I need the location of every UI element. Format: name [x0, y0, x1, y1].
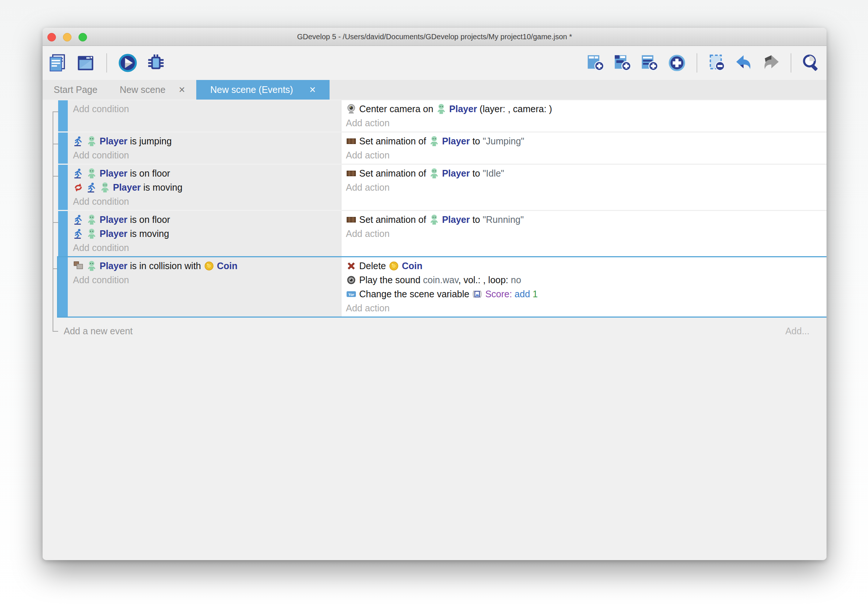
player-icon: [429, 214, 440, 225]
event-text: Set animation of: [359, 214, 429, 225]
actions-cell[interactable]: Set animation of Player to "Idle"Add act…: [341, 165, 827, 210]
event-text: is moving: [127, 228, 169, 239]
action-line[interactable]: Center camera on Player (layer: , camera…: [346, 102, 827, 116]
player-icon: [86, 214, 97, 225]
tab-label: Start Page: [54, 85, 97, 95]
condition-line[interactable]: Player is moving: [73, 226, 341, 240]
tree-branch-line: [53, 222, 58, 223]
action-line[interactable]: VarChange the scene variable Score: add …: [346, 287, 827, 301]
event-selection-bar[interactable]: [58, 165, 68, 210]
condition-line[interactable]: Player is moving: [73, 180, 341, 194]
actions-cell[interactable]: Set animation of Player to "Running"Add …: [341, 211, 827, 256]
event-text: Player: [442, 168, 470, 178]
add-more-button[interactable]: Add...: [785, 324, 810, 338]
search-icon[interactable]: [801, 53, 821, 72]
event-text: add: [515, 289, 530, 299]
add-action-button[interactable]: Add action: [346, 301, 827, 315]
condition-line[interactable]: Player is on floor: [73, 212, 341, 226]
add-action-button[interactable]: Add action: [346, 148, 827, 162]
add-condition-button[interactable]: Add condition: [73, 102, 341, 116]
event-selection-bar[interactable]: [58, 211, 68, 256]
conditions-cell[interactable]: Player is jumpingAdd condition: [68, 132, 341, 163]
scene-editor-icon[interactable]: [76, 53, 95, 72]
tab-new-scene-events[interactable]: New scene (Events)×: [196, 80, 330, 100]
svg-text:Var: Var: [348, 292, 354, 297]
condition-line[interactable]: Player is in collision with Coin: [73, 259, 341, 273]
add-action-button[interactable]: Add action: [346, 226, 827, 240]
event-selection-bar[interactable]: [58, 132, 68, 163]
event-text: Player: [100, 228, 127, 239]
event-row[interactable]: Player is on floorPlayer is movingAdd co…: [58, 165, 827, 210]
actions-cell[interactable]: Center camera on Player (layer: , camera…: [341, 100, 827, 131]
action-line[interactable]: Play the sound coin.wav, vol.: , loop: n…: [346, 273, 827, 287]
actions-cell[interactable]: Set animation of Player to "Jumping"Add …: [341, 132, 827, 163]
close-tab-icon[interactable]: ×: [179, 85, 185, 95]
event-text: is in collision with: [127, 261, 204, 271]
add-new-event-button[interactable]: Add a new event: [64, 324, 132, 338]
event-text: Player: [100, 168, 127, 178]
invert-icon: [73, 182, 84, 193]
add-comment-icon[interactable]: [640, 53, 659, 72]
add-action-button[interactable]: Add action: [346, 180, 827, 194]
toolbar-separator: [791, 53, 791, 72]
event-text: Player: [442, 214, 470, 225]
actions-cell[interactable]: Delete CoinPlay the sound coin.wav, vol.…: [341, 257, 827, 316]
condition-line[interactable]: Player is jumping: [73, 134, 341, 148]
tab-label: New scene: [120, 85, 165, 95]
add-condition-button[interactable]: Add condition: [73, 240, 341, 255]
player-icon: [86, 136, 97, 146]
event-row[interactable]: Player is jumpingAdd conditionSet animat…: [58, 132, 827, 163]
undo-icon[interactable]: [734, 53, 753, 72]
debug-icon[interactable]: [146, 53, 165, 72]
player-icon: [429, 168, 440, 179]
add-condition-button[interactable]: Add condition: [73, 194, 341, 208]
event-row[interactable]: Player is on floorPlayer is movingAdd co…: [58, 211, 827, 256]
redo-icon[interactable]: [761, 53, 781, 72]
titlebar[interactable]: GDevelop 5 - /Users/david/Documents/GDev…: [42, 28, 827, 46]
action-line[interactable]: Set animation of Player to "Running": [346, 212, 827, 226]
event-text: 1: [533, 289, 538, 299]
add-condition-button[interactable]: Add condition: [73, 148, 341, 162]
close-tab-icon[interactable]: ×: [309, 85, 316, 95]
add-subevent-icon[interactable]: [613, 53, 632, 72]
event-text: (layer: , camera: ): [477, 104, 552, 114]
action-line[interactable]: Set animation of Player to "Idle": [346, 166, 827, 180]
player-icon: [429, 136, 440, 146]
tree-branch-line: [53, 331, 58, 332]
event-text: Change the scene variable: [359, 289, 472, 299]
add-button-icon[interactable]: [667, 53, 687, 72]
tab-new-scene[interactable]: New scene×: [108, 80, 196, 100]
toolbar-right-group: [586, 53, 821, 72]
add-condition-button[interactable]: Add condition: [73, 273, 341, 287]
conditions-cell[interactable]: Player is on floorPlayer is movingAdd co…: [68, 211, 341, 256]
platformer-icon: [73, 228, 84, 239]
project-manager-icon[interactable]: [48, 53, 67, 72]
event-text: to: [470, 136, 483, 146]
coin-icon: [388, 261, 399, 271]
action-line[interactable]: Delete Coin: [346, 259, 827, 273]
events-sheet[interactable]: Add conditionCenter camera on Player (la…: [42, 100, 827, 560]
conditions-cell[interactable]: Player is in collision with CoinAdd cond…: [68, 257, 341, 316]
event-selection-bar[interactable]: [58, 100, 68, 131]
condition-line[interactable]: Player is on floor: [73, 166, 341, 180]
tab-start-page[interactable]: Start Page: [42, 80, 108, 100]
player-icon: [436, 104, 447, 115]
variable-icon: Var: [346, 289, 357, 300]
toolbar-separator: [106, 53, 107, 72]
event-row[interactable]: Player is in collision with CoinAdd cond…: [58, 257, 827, 316]
event-text: Player: [100, 214, 127, 225]
event-text: Coin: [402, 261, 423, 271]
delete-event-icon[interactable]: [707, 53, 726, 72]
add-action-button[interactable]: Add action: [346, 116, 827, 130]
event-text: is moving: [141, 182, 182, 193]
action-line[interactable]: Set animation of Player to "Jumping": [346, 134, 827, 148]
event-text: "Idle": [483, 168, 504, 178]
play-icon[interactable]: [118, 53, 137, 72]
player-icon: [86, 168, 97, 179]
add-event-icon[interactable]: [586, 53, 605, 72]
conditions-cell[interactable]: Add condition: [68, 100, 341, 131]
event-selection-bar[interactable]: [58, 257, 68, 316]
event-text: Score:: [485, 289, 512, 299]
event-row[interactable]: Add conditionCenter camera on Player (la…: [58, 100, 827, 131]
conditions-cell[interactable]: Player is on floorPlayer is movingAdd co…: [68, 165, 341, 210]
